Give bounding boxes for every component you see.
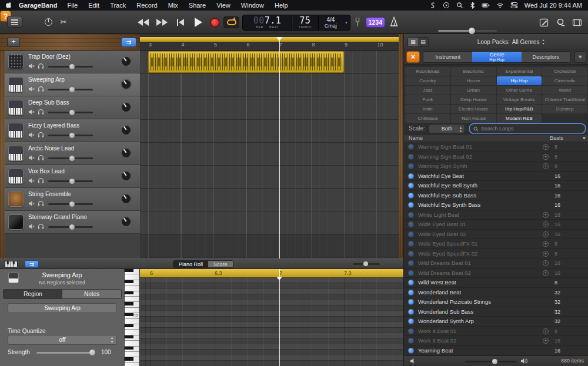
lcd-caret-icon[interactable]: ▼: [343, 15, 350, 30]
loop-browser-button[interactable]: [554, 17, 566, 28]
track-header[interactable]: Arctic Noise Lead: [5, 142, 140, 165]
loop-row[interactable]: Warning Sign Beat 02 + 8: [404, 152, 588, 162]
filter-tab[interactable]: Descriptors: [522, 52, 570, 62]
play-circle-icon[interactable]: [443, 2, 450, 9]
catch-playhead-button[interactable]: ⇉: [121, 38, 136, 47]
download-icon[interactable]: +: [543, 270, 549, 276]
download-icon[interactable]: +: [543, 338, 549, 344]
region-grid[interactable]: [140, 51, 399, 258]
genre-cell[interactable]: World: [542, 86, 587, 95]
timeline-ruler[interactable]: 345678910: [140, 34, 399, 51]
solo-icon[interactable]: [38, 86, 44, 92]
strength-knob[interactable]: [89, 350, 95, 355]
genre-cell[interactable]: Chillwave: [405, 114, 450, 123]
playhead[interactable]: [279, 37, 280, 258]
loop-row[interactable]: Wild Dreams Beat 01 + 16: [404, 258, 588, 268]
track-volume-slider[interactable]: [48, 66, 93, 68]
loop-row[interactable]: White Light Beat + 16: [404, 210, 588, 220]
media-browser-button[interactable]: [571, 17, 583, 28]
column-name[interactable]: Name: [409, 135, 423, 141]
download-icon[interactable]: +: [543, 241, 549, 247]
menu-item[interactable]: Mix: [163, 2, 183, 9]
lcd-key-signature[interactable]: 4/4 Cmaj: [319, 15, 343, 30]
zoom-knob[interactable]: [363, 261, 368, 266]
loop-row[interactable]: Watchful Eye Synth Bass + 16: [404, 200, 588, 210]
editor-tab[interactable]: Score: [208, 261, 233, 267]
loop-row[interactable]: Wild Dreams Beat 02 + 16: [404, 268, 588, 278]
favorites-button[interactable]: ♥: [574, 51, 586, 63]
genre-cell[interactable]: Country: [405, 76, 450, 85]
favorites-icon[interactable]: ♥: [583, 135, 586, 141]
download-icon[interactable]: +: [543, 251, 549, 257]
track-volume-slider[interactable]: [48, 112, 93, 113]
track-pan-knob[interactable]: [121, 216, 132, 227]
track-header[interactable]: Trap Door (Dez): [5, 51, 140, 73]
genre-cell[interactable]: Electro House: [451, 105, 496, 113]
download-icon[interactable]: +: [543, 328, 549, 334]
loop-row[interactable]: Wide Eyed SpeedFX 02 + 8: [404, 249, 588, 259]
track-pan-knob[interactable]: [121, 147, 132, 159]
genre-cell[interactable]: Rock/Blues: [405, 67, 450, 76]
track-volume-knob[interactable]: [69, 133, 75, 138]
solo-icon[interactable]: [38, 200, 44, 207]
mute-icon[interactable]: [28, 223, 35, 230]
forward-button[interactable]: [154, 15, 169, 29]
lcd-display[interactable]: 007.1 BARBEAT 75 TEMPO 4/4 Cmaj ▼: [242, 15, 350, 31]
track-volume-slider[interactable]: [48, 89, 93, 90]
reset-filters-button[interactable]: ×: [406, 51, 420, 63]
track-volume-slider[interactable]: [48, 135, 93, 136]
battery-icon[interactable]: [482, 2, 490, 9]
mute-icon[interactable]: [28, 63, 35, 69]
track-volume-slider[interactable]: [48, 180, 93, 182]
genre-cell[interactable]: Other Genre: [497, 86, 542, 95]
download-icon[interactable]: +: [543, 212, 549, 218]
editors-button[interactable]: ✂: [58, 16, 69, 28]
control-center-icon[interactable]: [510, 2, 518, 9]
go-to-beginning-button[interactable]: [174, 15, 187, 29]
time-quantize-dropdown[interactable]: off▲▼: [8, 335, 117, 345]
loop-row[interactable]: Wild West Beat + 8: [404, 278, 588, 288]
track-volume-knob[interactable]: [69, 87, 75, 92]
track-volume-knob[interactable]: [69, 156, 75, 161]
mute-icon[interactable]: [28, 109, 35, 115]
menu-item[interactable]: File: [62, 2, 83, 9]
metronome-icon[interactable]: [389, 16, 399, 27]
track-volume-knob[interactable]: [69, 64, 75, 69]
genre-cell[interactable]: Hip Hop/R&B: [497, 105, 542, 113]
genre-cell[interactable]: Jazz: [405, 86, 450, 95]
master-volume-slider[interactable]: [438, 30, 497, 32]
mute-icon[interactable]: [28, 155, 35, 161]
loop-row[interactable]: Wonderland Sub Bass + 32: [404, 307, 588, 317]
loop-row[interactable]: Wide Eyed SpeedFX 01 + 8: [404, 239, 588, 249]
loop-row[interactable]: Wide Eyed Beat 01 + 16: [404, 220, 588, 230]
solo-icon[interactable]: [38, 63, 44, 69]
inspector-tab[interactable]: Notes: [62, 290, 121, 298]
track-volume-knob[interactable]: [69, 224, 75, 230]
volume-knob[interactable]: [469, 28, 475, 34]
editor-tab[interactable]: Piano Roll: [173, 261, 208, 267]
mute-icon[interactable]: [28, 177, 35, 184]
loop-row[interactable]: Watchful Eye Sub Bass + 16: [404, 191, 588, 201]
smart-controls-button[interactable]: [43, 16, 54, 27]
menu-item[interactable]: Edit: [83, 2, 105, 9]
cycle-range-band[interactable]: [140, 37, 399, 42]
menu-clock[interactable]: Wed Jul 20 9:44 AM: [524, 2, 582, 9]
rewind-button[interactable]: [135, 15, 151, 29]
track-volume-knob[interactable]: [69, 179, 75, 184]
track-pan-knob[interactable]: [121, 79, 132, 90]
track-volume-slider[interactable]: [48, 226, 93, 228]
download-icon[interactable]: +: [543, 231, 549, 237]
genre-cell[interactable]: Funk: [405, 95, 450, 104]
genre-cell[interactable]: Indie: [405, 105, 450, 113]
track-pan-knob[interactable]: [121, 125, 132, 136]
mute-icon[interactable]: [28, 132, 35, 138]
piano-keys-icon[interactable]: [5, 261, 18, 268]
search-field[interactable]: [470, 124, 585, 133]
audio-region-trap-door[interactable]: [148, 51, 344, 73]
cycle-button[interactable]: [223, 16, 239, 28]
mute-icon[interactable]: [28, 200, 35, 207]
grid-view-button[interactable]: ▦: [408, 38, 418, 46]
genre-cell[interactable]: Orchestral: [542, 67, 587, 76]
strength-slider[interactable]: [36, 352, 95, 354]
loop-list-header[interactable]: Name Beats ♥: [404, 134, 588, 142]
